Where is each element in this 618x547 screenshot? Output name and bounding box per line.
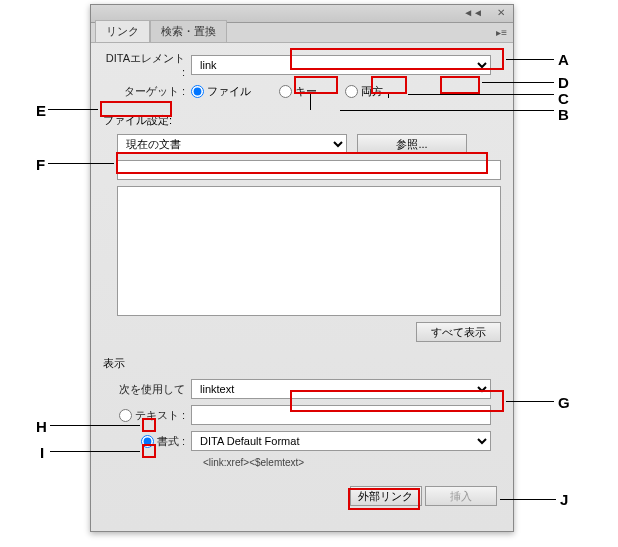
show-all-button[interactable]: すべて表示 xyxy=(416,322,501,342)
callout-i: I xyxy=(40,444,44,461)
target-file-radio-input[interactable] xyxy=(191,85,204,98)
file-scope-select[interactable]: 現在の文書 xyxy=(117,134,347,154)
callout-b: B xyxy=(558,106,569,123)
format-note: <link:xref><$elemtext> xyxy=(103,457,501,468)
callout-d: D xyxy=(558,74,569,91)
callout-j: J xyxy=(560,491,568,508)
target-key-radio-label: キー xyxy=(295,84,317,99)
target-both-radio[interactable]: 両方 xyxy=(345,84,383,99)
target-key-radio-input[interactable] xyxy=(279,85,292,98)
callout-h: H xyxy=(36,418,47,435)
tab-link[interactable]: リンク xyxy=(95,20,150,42)
display-header: 表示 xyxy=(103,356,501,371)
panel-menu-icon[interactable]: ▸≡ xyxy=(496,27,507,38)
format-select[interactable]: DITA Default Format xyxy=(191,431,491,451)
file-path-input[interactable] xyxy=(117,160,501,180)
callout-f: F xyxy=(36,156,45,173)
tab-bar: リンク 検索・置換 ▸≡ xyxy=(91,23,513,43)
text-input[interactable] xyxy=(191,405,491,425)
format-radio[interactable] xyxy=(141,435,154,448)
target-file-radio[interactable]: ファイル xyxy=(191,84,251,99)
close-icon[interactable]: ✕ xyxy=(497,7,505,18)
browse-button[interactable]: 参照... xyxy=(357,134,467,154)
callout-a: A xyxy=(558,51,569,68)
target-label: ターゲット : xyxy=(103,84,191,99)
tab-search-replace[interactable]: 検索・置換 xyxy=(150,20,227,42)
insert-button[interactable]: 挿入 xyxy=(425,486,497,506)
text-radio-label: テキスト : xyxy=(135,408,185,423)
format-radio-label: 書式 : xyxy=(157,434,185,449)
external-link-button[interactable]: 外部リンク xyxy=(350,486,422,506)
using-label: 次を使用して xyxy=(103,382,191,397)
file-settings-header: ファイル設定: xyxy=(103,113,172,128)
dita-element-select[interactable]: link xyxy=(191,55,491,75)
callout-g: G xyxy=(558,394,570,411)
callout-c: C xyxy=(558,90,569,107)
text-radio[interactable] xyxy=(119,409,132,422)
collapse-icon[interactable]: ◄◄ xyxy=(463,7,483,18)
callout-e: E xyxy=(36,102,46,119)
dita-element-label: DITAエレメント : xyxy=(103,51,191,78)
target-file-radio-label: ファイル xyxy=(207,84,251,99)
using-select[interactable]: linktext xyxy=(191,379,491,399)
file-listbox[interactable] xyxy=(117,186,501,316)
target-both-radio-label: 両方 xyxy=(361,84,383,99)
target-key-radio[interactable]: キー xyxy=(279,84,317,99)
target-both-radio-input[interactable] xyxy=(345,85,358,98)
